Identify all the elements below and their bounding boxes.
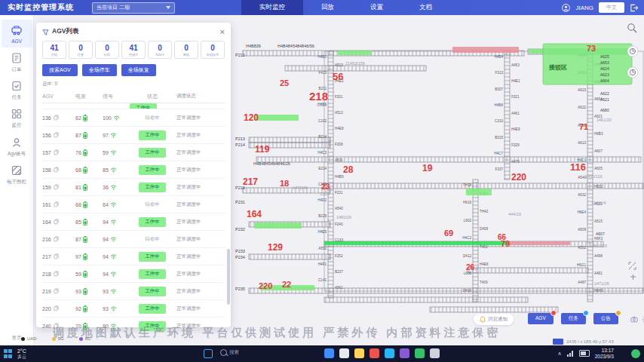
table-row[interactable]: 1586885工作中正常调度中	[42, 161, 225, 179]
copy-icon[interactable]	[54, 305, 59, 311]
taskbar-search[interactable]: 搜索	[220, 349, 239, 356]
agv-marker[interactable]: 119	[255, 144, 270, 155]
taskbar-app-5[interactable]	[400, 348, 409, 358]
table-row[interactable]: 2199393工作中正常调度中	[42, 283, 225, 300]
compass-button[interactable]	[627, 67, 638, 78]
table-row[interactable]: 1598136工作中正常调度中	[42, 179, 225, 196]
panel-scrollbar[interactable]	[227, 249, 230, 305]
taskbar-app-4[interactable]	[385, 348, 394, 358]
agv-marker[interactable]: 71	[579, 122, 588, 131]
table-row[interactable]: 2168794待命中正常调度中	[42, 231, 225, 248]
quick-button-2[interactable]: 公告	[593, 313, 618, 324]
table-row[interactable]: 2185994工作中正常调度中	[42, 265, 225, 283]
agv-marker[interactable]: 164	[247, 209, 262, 219]
table-row[interactable]: 13662100待命中正常调度中	[42, 109, 225, 127]
copy-icon[interactable]	[54, 132, 59, 138]
taskbar-app-7[interactable]	[430, 348, 440, 358]
copy-icon[interactable]	[54, 236, 59, 242]
panel-button-1[interactable]: 全场停车	[82, 64, 117, 76]
agv-marker[interactable]: 120	[244, 112, 259, 123]
agv-marker[interactable]: 25	[280, 78, 289, 87]
agv-marker[interactable]: 218	[309, 90, 328, 103]
copy-icon[interactable]	[54, 149, 59, 155]
copy-icon[interactable]	[54, 253, 59, 259]
map-search-icon[interactable]	[628, 24, 636, 32]
camera-icon[interactable]	[630, 316, 638, 323]
tray-caret-icon[interactable]: ∧	[558, 351, 562, 357]
copy-icon[interactable]	[54, 184, 59, 190]
column-header[interactable]: 电量	[75, 93, 103, 100]
wechat-tray-icon[interactable]	[631, 349, 640, 358]
column-header[interactable]: 调度状态	[176, 93, 225, 100]
copy-icon[interactable]	[54, 288, 59, 294]
close-icon[interactable]: ×	[220, 28, 225, 36]
panel-button-2[interactable]: 全场恢复	[121, 64, 156, 76]
agv-marker[interactable]: 56	[333, 71, 343, 82]
agv-marker[interactable]: 217	[243, 176, 258, 187]
sidebar-item-0[interactable]: AGV	[2, 20, 32, 48]
logout-icon[interactable]	[630, 4, 638, 12]
table-row[interactable]: 2179794工作中正常调度中	[42, 248, 225, 265]
taskbar-app-0[interactable]	[324, 348, 334, 358]
stat-box-1[interactable]: 0任务	[69, 41, 93, 59]
stat-box-0[interactable]: 41在线	[42, 41, 66, 59]
taskbar-app-2[interactable]	[354, 348, 364, 358]
stat-box-2[interactable]: 0故障	[95, 41, 119, 59]
column-header[interactable]: 状态	[128, 93, 176, 100]
agv-marker[interactable]: 18	[280, 179, 289, 188]
pan-icon[interactable]	[630, 275, 636, 280]
stat-box-5[interactable]: 0离线	[174, 41, 198, 59]
notification-pill[interactable]: 消息通知	[474, 314, 514, 325]
user-avatar-icon[interactable]	[562, 4, 570, 12]
taskbar-clock[interactable]: 13:17 2023/9/3	[595, 348, 614, 360]
tab-3[interactable]: 文档	[401, 0, 450, 15]
copy-icon[interactable]	[54, 271, 59, 277]
agv-marker[interactable]: 220	[511, 172, 526, 183]
copy-icon[interactable]	[54, 115, 59, 121]
copy-icon[interactable]	[54, 201, 59, 207]
agv-marker[interactable]: 116	[570, 161, 586, 173]
agv-marker[interactable]: 129	[268, 242, 283, 253]
copy-icon[interactable]	[54, 323, 59, 329]
table-row[interactable]: 1577659工作中正常调度中	[42, 144, 225, 161]
agv-marker[interactable]: 26	[466, 263, 475, 272]
tab-0[interactable]: 实时监控	[241, 0, 303, 15]
stat-box-3[interactable]: 41空闲中	[121, 41, 146, 59]
panel-button-0[interactable]: 搜索AGV	[42, 64, 78, 76]
sidebar-item-2[interactable]: 任务	[2, 75, 32, 103]
column-header[interactable]: AGV	[42, 94, 75, 99]
table-row[interactable]: 2209293工作中正常调度中	[42, 300, 225, 318]
table-row[interactable]: 2407090工作中正常调度中	[42, 318, 225, 335]
sidebar-item-4[interactable]: Agv账号	[2, 132, 32, 160]
table-row[interactable]: 1568797工作中正常调度中	[42, 127, 225, 144]
tab-1[interactable]: 回放	[303, 0, 352, 15]
minimap-button[interactable]	[553, 339, 563, 345]
tab-2[interactable]: 设置	[352, 0, 401, 15]
copy-icon[interactable]	[54, 219, 59, 225]
map-canvas[interactable]: H4B1A523F423H4E2B211F201H4B6A512C102H4E8…	[234, 15, 644, 330]
quick-button-1[interactable]: 任务	[561, 313, 586, 324]
table-row[interactable]: 1648594工作中正常调度中	[42, 213, 225, 231]
table-row[interactable]: 1616864待命中正常调度中	[42, 196, 225, 213]
quick-button-0[interactable]: AGV	[528, 313, 554, 324]
language-button[interactable]: 中文	[599, 2, 624, 13]
column-header[interactable]: 信号	[103, 93, 128, 100]
stat-box-6[interactable]: 0未初始化	[201, 41, 225, 59]
project-select[interactable]: 当前项目 二期	[92, 2, 175, 14]
network-icon[interactable]	[567, 351, 574, 357]
expand-icon[interactable]	[629, 262, 636, 269]
task-view-button[interactable]	[204, 349, 213, 358]
weather-widget[interactable]: 2°C 多云	[17, 348, 26, 360]
agv-marker[interactable]: 73	[587, 44, 596, 53]
sidebar-item-5[interactable]: 电子围栏	[2, 160, 32, 188]
taskbar-app-1[interactable]	[339, 348, 349, 358]
taskbar-app-3[interactable]	[370, 348, 379, 358]
agv-marker[interactable]: 23	[321, 183, 330, 191]
agv-marker[interactable]: 220	[259, 281, 272, 290]
agv-marker[interactable]: 22	[282, 280, 291, 289]
agv-marker[interactable]: 69	[444, 229, 453, 238]
battery-icon[interactable]	[579, 350, 590, 357]
clock-button[interactable]	[627, 46, 638, 57]
agv-marker[interactable]: 79	[501, 239, 510, 248]
copy-icon[interactable]	[54, 167, 59, 173]
